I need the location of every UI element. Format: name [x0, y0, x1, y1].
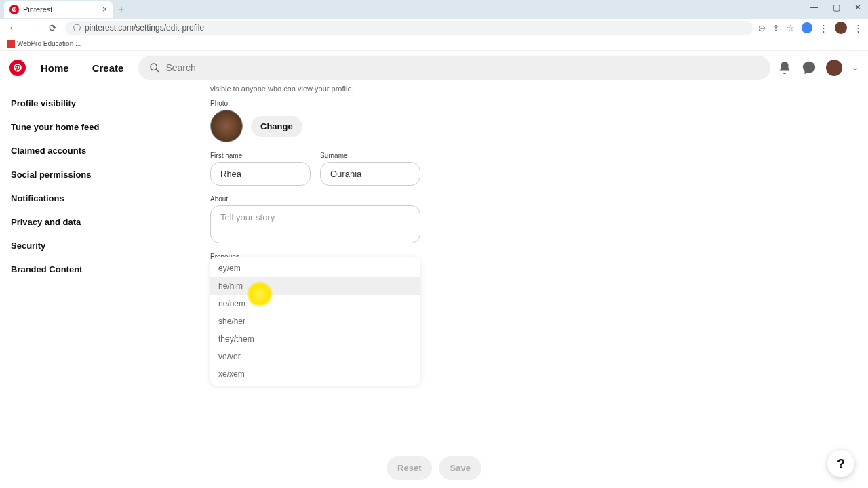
pronoun-option[interactable]: ey/em	[210, 260, 420, 277]
tab-title: Pinterest	[23, 5, 98, 14]
back-button[interactable]: ←	[5, 21, 20, 35]
extension-icon[interactable]	[802, 22, 812, 33]
pronoun-option[interactable]: ne/nem	[210, 295, 420, 312]
bookmark-icon[interactable]: ☆	[787, 23, 795, 33]
about-input[interactable]	[210, 205, 420, 243]
forward-button[interactable]: →	[26, 21, 41, 35]
minimize-icon[interactable]: —	[808, 3, 821, 12]
tab-bar: Pinterest × + — ▢ ✕	[0, 0, 868, 19]
address-bar[interactable]: ⓘ pinterest.com/settings/edit-profile	[65, 21, 753, 35]
site-info-icon[interactable]: ⓘ	[73, 23, 81, 33]
create-nav[interactable]: Create	[84, 57, 132, 79]
chevron-down-icon[interactable]: ⌄	[852, 63, 859, 73]
save-button[interactable]: Save	[439, 456, 481, 480]
sidebar-item-privacy-data[interactable]: Privacy and data	[11, 210, 170, 234]
address-bar-row: ← → ⟳ ⓘ pinterest.com/settings/edit-prof…	[0, 19, 868, 37]
main-content: Profile visibility Tune your home feed C…	[0, 85, 868, 488]
bell-icon[interactable]	[777, 60, 792, 75]
pronoun-option[interactable]: xie/xem	[210, 383, 420, 386]
bookmark-label: WebPro Education ...	[17, 40, 81, 47]
pronoun-option[interactable]: they/them	[210, 330, 420, 348]
surname-input[interactable]	[320, 162, 420, 186]
first-name-label: First name	[210, 152, 311, 159]
edit-profile-form: visible to anyone who can view your prof…	[170, 85, 868, 488]
profile-avatar-icon[interactable]	[835, 22, 847, 34]
sidebar-item-security[interactable]: Security	[11, 234, 170, 258]
sidebar-item-notifications[interactable]: Notifications	[11, 186, 170, 210]
install-icon[interactable]: ⊕	[758, 23, 766, 33]
settings-sidebar: Profile visibility Tune your home feed C…	[0, 85, 170, 488]
search-bar[interactable]	[138, 56, 770, 80]
toolbar-icons: ⊕ ⇪ ☆ ⋮ ⋮	[758, 22, 863, 34]
profile-description: visible to anyone who can view your prof…	[210, 85, 868, 93]
close-window-icon[interactable]: ✕	[852, 3, 864, 12]
sidebar-item-profile-visibility[interactable]: Profile visibility	[11, 92, 170, 115]
bookmarks-bar: WebPro Education ...	[0, 37, 868, 51]
user-avatar[interactable]	[826, 60, 842, 76]
tab-close-icon[interactable]: ×	[102, 5, 107, 14]
pinterest-logo[interactable]	[9, 60, 26, 76]
about-label: About	[210, 195, 868, 203]
search-input[interactable]	[165, 62, 760, 73]
pronouns-dropdown: ey/em he/him ne/nem she/her they/them ve…	[210, 257, 420, 386]
sidebar-item-claimed-accounts[interactable]: Claimed accounts	[11, 139, 170, 163]
message-icon[interactable]	[802, 60, 816, 75]
pronoun-option[interactable]: she/her	[210, 312, 420, 330]
bookmark-item[interactable]: WebPro Education ...	[7, 40, 81, 48]
maximize-icon[interactable]: ▢	[830, 3, 842, 12]
browser-chrome: Pinterest × + — ▢ ✕ ← → ⟳ ⓘ pinterest.co…	[0, 0, 868, 37]
window-controls: — ▢ ✕	[808, 3, 864, 12]
extensions-menu-icon[interactable]: ⋮	[819, 23, 828, 33]
sidebar-item-branded-content[interactable]: Branded Content	[11, 258, 170, 281]
sidebar-item-social-permissions[interactable]: Social permissions	[11, 163, 170, 186]
browser-tab[interactable]: Pinterest ×	[4, 1, 113, 18]
first-name-input[interactable]	[210, 162, 311, 186]
change-photo-button[interactable]: Change	[251, 116, 302, 137]
pinterest-header: Home Create ⌄	[0, 51, 868, 85]
home-nav[interactable]: Home	[33, 57, 77, 79]
new-tab-button[interactable]: +	[113, 3, 130, 16]
share-icon[interactable]: ⇪	[772, 23, 780, 33]
footer-buttons: Reset Save	[387, 456, 481, 480]
search-icon	[149, 62, 160, 73]
pronouns-dropdown-list[interactable]: ey/em he/him ne/nem she/her they/them ve…	[210, 257, 420, 386]
sidebar-item-tune-home-feed[interactable]: Tune your home feed	[11, 115, 170, 139]
bookmark-favicon	[7, 40, 15, 48]
header-icons: ⌄	[777, 60, 859, 76]
url-text: pinterest.com/settings/edit-profile	[85, 23, 204, 33]
reload-button[interactable]: ⟳	[46, 21, 60, 35]
browser-menu-icon[interactable]: ⋮	[854, 23, 863, 33]
surname-label: Surname	[320, 152, 420, 159]
reset-button[interactable]: Reset	[387, 456, 432, 480]
profile-photo[interactable]	[210, 110, 243, 142]
pinterest-favicon	[9, 5, 19, 14]
help-button[interactable]: ?	[827, 450, 854, 477]
photo-label: Photo	[210, 100, 868, 107]
pronoun-option[interactable]: ve/ver	[210, 348, 420, 365]
pronoun-option[interactable]: xe/xem	[210, 365, 420, 383]
pronoun-option[interactable]: he/him	[210, 277, 420, 295]
